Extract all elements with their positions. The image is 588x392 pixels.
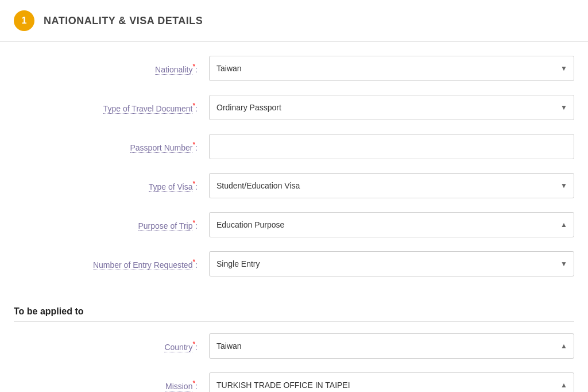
section-title: NATIONALITY & VISA DETAILS [44, 15, 203, 27]
travel-document-label: Type of Travel Document*: [14, 102, 209, 113]
number-of-entry-label-text: Number of Entry Requested [93, 260, 193, 270]
purpose-of-trip-label-text: Purpose of Trip [138, 221, 193, 231]
passport-number-label: Passport Number*: [14, 141, 209, 152]
number-of-entry-label: Number of Entry Requested*: [14, 258, 209, 270]
form-area: Nationality*: Taiwan Other ▼ Type of Tra… [0, 48, 588, 294]
purpose-of-trip-label: Purpose of Trip*: [14, 219, 209, 230]
country-row: Country*: Taiwan Other ▲ [14, 331, 574, 361]
nationality-required: * [192, 63, 195, 71]
purpose-of-trip-required: * [192, 219, 195, 227]
mission-select[interactable]: TURKISH TRADE OFFICE IN TAIPEI [209, 372, 574, 392]
passport-number-row: Passport Number*: [14, 132, 574, 162]
number-of-entry-row: Number of Entry Requested*: Single Entry… [14, 249, 574, 279]
travel-document-select-wrapper[interactable]: Ordinary Passport Other ▼ [209, 95, 574, 120]
purpose-of-trip-select-wrapper[interactable]: Education Purpose Tourism Business ▲ [209, 212, 574, 237]
country-label-text: Country [164, 343, 192, 352]
purpose-of-trip-row: Purpose of Trip*: Education Purpose Tour… [14, 210, 574, 240]
country-label: Country*: [14, 340, 209, 352]
nationality-select-wrapper[interactable]: Taiwan Other ▼ [209, 56, 574, 81]
number-of-entry-select-wrapper[interactable]: Single Entry Multiple Entry ▼ [209, 251, 574, 276]
country-select-wrapper[interactable]: Taiwan Other ▲ [209, 333, 574, 359]
travel-document-label-text: Type of Travel Document [103, 104, 193, 114]
type-of-visa-row: Type of Visa*: Student/Education Visa To… [14, 171, 574, 201]
purpose-of-trip-select[interactable]: Education Purpose Tourism Business [209, 212, 574, 237]
section-header: 1 NATIONALITY & VISA DETAILS [0, 0, 588, 42]
number-of-entry-required: * [192, 258, 195, 266]
nationality-label: Nationality*: [14, 63, 209, 74]
passport-number-input[interactable] [209, 134, 574, 159]
country-select[interactable]: Taiwan Other [209, 333, 574, 359]
mission-row: Mission*: TURKISH TRADE OFFICE IN TAIPEI… [14, 370, 574, 392]
type-of-visa-label-text: Type of Visa [149, 182, 193, 192]
type-of-visa-label: Type of Visa*: [14, 180, 209, 191]
travel-document-select[interactable]: Ordinary Passport Other [209, 95, 574, 120]
mission-label-text: Mission [165, 382, 192, 391]
type-of-visa-select-wrapper[interactable]: Student/Education Visa Tourist Visa Busi… [209, 173, 574, 198]
number-of-entry-select[interactable]: Single Entry Multiple Entry [209, 251, 574, 276]
passport-number-required: * [192, 141, 195, 149]
nationality-row: Nationality*: Taiwan Other ▼ [14, 53, 574, 83]
type-of-visa-required: * [192, 180, 195, 188]
type-of-visa-select[interactable]: Student/Education Visa Tourist Visa Busi… [209, 173, 574, 198]
sub-section-title: To be applied to [14, 299, 574, 322]
mission-required: * [192, 379, 195, 387]
travel-document-required: * [192, 102, 195, 110]
travel-document-row: Type of Travel Document*: Ordinary Passp… [14, 93, 574, 122]
nationality-select[interactable]: Taiwan Other [209, 56, 574, 81]
nationality-label-text: Nationality [155, 65, 192, 75]
mission-label: Mission*: [14, 379, 209, 391]
passport-number-label-text: Passport Number [130, 143, 193, 153]
page-container: 1 NATIONALITY & VISA DETAILS Nationality… [0, 0, 588, 392]
country-required: * [192, 340, 195, 348]
sub-form-area: To be applied to Country*: Taiwan Other … [0, 294, 588, 392]
step-badge: 1 [14, 10, 34, 31]
mission-select-wrapper[interactable]: TURKISH TRADE OFFICE IN TAIPEI ▲ [209, 372, 574, 392]
